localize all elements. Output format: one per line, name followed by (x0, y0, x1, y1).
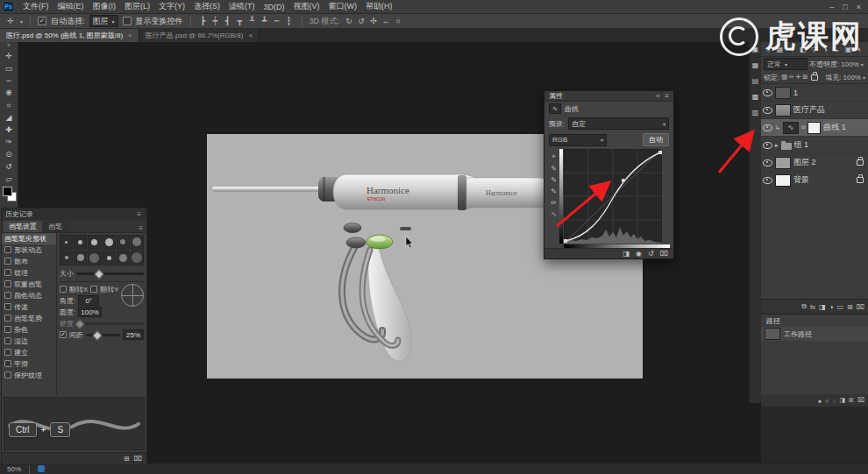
align-center-v-icon[interactable]: ┸ (247, 17, 258, 25)
menu-item[interactable]: 滤镜(T) (224, 0, 260, 14)
angle-input[interactable]: 0° (78, 295, 99, 306)
color-balance-icon[interactable]: ◒ (832, 46, 842, 53)
delete-path-button[interactable]: ⌧ (857, 397, 864, 404)
menu-item[interactable]: 文字(Y) (154, 0, 189, 14)
delete-adjustment-button[interactable]: ⌧ (660, 250, 668, 258)
white-point-eyedropper-icon[interactable]: ✎ (551, 187, 557, 195)
layer-row[interactable]: 图层 2 (761, 154, 868, 172)
hue-saturation-icon[interactable]: ◑ (821, 46, 830, 53)
new-layer-button[interactable]: ⊞ (847, 303, 853, 311)
brush-option-item[interactable]: 散布 (2, 256, 56, 267)
visibility-eye-icon[interactable] (763, 177, 772, 184)
option-checkbox[interactable] (4, 337, 11, 344)
brush-tip[interactable] (103, 251, 116, 265)
add-mask-button[interactable]: ◨ (819, 303, 826, 311)
eyedropper-tool[interactable]: ◢ (0, 111, 18, 124)
3d-drag-icon[interactable]: ✣ (368, 17, 379, 26)
status-info-icon[interactable] (38, 465, 45, 472)
option-checkbox[interactable] (4, 371, 11, 378)
curve-pencil-icon[interactable]: ✏ (551, 199, 557, 207)
tab-brush[interactable]: 画笔 (43, 221, 68, 232)
menu-item[interactable]: 图像(I) (89, 0, 121, 14)
chevron-down-icon[interactable]: ▾ (861, 61, 864, 67)
gray-point-eyedropper-icon[interactable]: ✎ (551, 176, 557, 184)
fill-path-button[interactable]: ● (818, 398, 822, 404)
collapse-panel-icon[interactable]: » (0, 42, 18, 50)
visibility-eye-icon[interactable] (763, 159, 772, 166)
libraries-panel-icon[interactable]: ▥ (752, 109, 759, 117)
lasso-tool[interactable]: ∽ (0, 74, 18, 87)
levels-icon[interactable]: ▦ (775, 46, 785, 53)
menu-item[interactable]: 3D(D) (260, 0, 289, 14)
visibility-toggle-button[interactable]: ◉ (636, 250, 642, 258)
photo-filter-icon[interactable]: ◐ (855, 46, 864, 53)
show-transform-checkbox[interactable] (123, 17, 132, 25)
opacity-value[interactable]: 100% (841, 60, 858, 68)
lock-all-icon[interactable] (811, 74, 818, 81)
document-tab-inactive[interactable]: 医疗产品.psd @ 66.7%(RGB/8) × (139, 29, 260, 42)
new-brush-button[interactable]: ⊞ (124, 455, 130, 463)
option-checkbox[interactable] (4, 258, 11, 265)
adjustment-thumbnail[interactable]: ∿ (783, 122, 799, 134)
curves-icon[interactable]: ∿ (786, 46, 796, 53)
brush-tip[interactable] (131, 251, 144, 265)
mask-link-icon[interactable]: ⧉ (801, 124, 805, 131)
option-checkbox[interactable] (4, 292, 11, 299)
tab-history[interactable]: 历史记录 (5, 209, 33, 219)
color-panel-icon[interactable]: ▣ (752, 46, 759, 53)
3d-rotate-icon[interactable]: ↻ (344, 17, 354, 26)
lock-pixels-icon[interactable]: ✑ (789, 74, 794, 81)
new-adjustment-button[interactable]: ◑ (829, 303, 834, 311)
visibility-eye-icon[interactable] (763, 124, 772, 131)
menu-item[interactable]: 编辑(E) (53, 0, 89, 14)
option-checkbox[interactable] (4, 315, 11, 322)
menu-item[interactable]: 窗口(W) (324, 0, 362, 14)
maximize-button[interactable]: □ (843, 3, 847, 11)
hardness-slider[interactable] (76, 322, 144, 325)
tab-close-icon[interactable]: × (128, 32, 132, 39)
brush-tip[interactable] (88, 251, 101, 265)
panel-menu-icon[interactable]: ≡ (665, 92, 669, 100)
brightness-contrast-icon[interactable]: ☼ (764, 46, 773, 53)
new-group-button[interactable]: ▭ (837, 303, 844, 311)
3d-roll-icon[interactable]: ↺ (356, 17, 366, 26)
flip-y-checkbox[interactable] (90, 286, 97, 293)
marquee-tool[interactable]: ▭ (0, 62, 18, 74)
brush-option-item[interactable]: 平滑 (2, 358, 56, 370)
blend-mode-dropdown[interactable]: 正常 ▾ (764, 58, 808, 70)
panel-menu-icon[interactable]: ≡ (139, 224, 145, 232)
distribute-h-icon[interactable]: ┅ (272, 17, 282, 25)
stroke-path-button[interactable]: ○ (825, 398, 829, 404)
layer-thumbnail[interactable] (775, 87, 791, 99)
healing-brush-tool[interactable]: ✚ (0, 124, 18, 136)
brush-tip[interactable] (74, 251, 87, 265)
current-tool-icon[interactable]: ✛ (5, 17, 16, 25)
mask-from-path-button[interactable]: ◨ (839, 397, 845, 404)
visibility-eye-icon[interactable] (763, 107, 772, 114)
spacing-checkbox[interactable]: ✓ (60, 331, 67, 338)
expand-arrow-icon[interactable]: ▸ (775, 142, 779, 149)
brush-option-item[interactable]: 保护纹理 (2, 370, 56, 381)
align-bottom-icon[interactable]: ┻ (260, 17, 270, 25)
menu-item[interactable]: 帮助(H) (361, 0, 397, 14)
smooth-curve-icon[interactable]: ∿ (551, 210, 557, 218)
visibility-eye-icon[interactable] (763, 142, 772, 149)
layer-row[interactable]: 背景 (761, 172, 868, 189)
clip-to-layer-button[interactable]: ◨ (623, 250, 630, 258)
exposure-icon[interactable]: ◧ (798, 46, 808, 53)
angle-dial[interactable] (121, 284, 144, 307)
3d-scale-icon[interactable]: ⌗ (393, 17, 403, 26)
brush-tip[interactable] (60, 251, 73, 265)
brush-tip[interactable] (117, 235, 130, 250)
brush-tip[interactable] (103, 235, 116, 250)
layer-style-button[interactable]: fx (810, 303, 815, 311)
minimize-button[interactable]: – (829, 3, 834, 11)
spacing-value[interactable]: 25% (123, 329, 144, 340)
size-slider[interactable] (76, 272, 144, 275)
spacing-slider[interactable] (86, 334, 120, 336)
distribute-v-icon[interactable]: ┇ (284, 17, 295, 25)
delete-layer-button[interactable]: ⌧ (857, 303, 864, 311)
layer-row[interactable]: 1 (761, 84, 868, 102)
panel-menu-icon[interactable]: ≡ (137, 210, 143, 218)
brush-option-item[interactable]: 形状动态 (2, 244, 56, 256)
